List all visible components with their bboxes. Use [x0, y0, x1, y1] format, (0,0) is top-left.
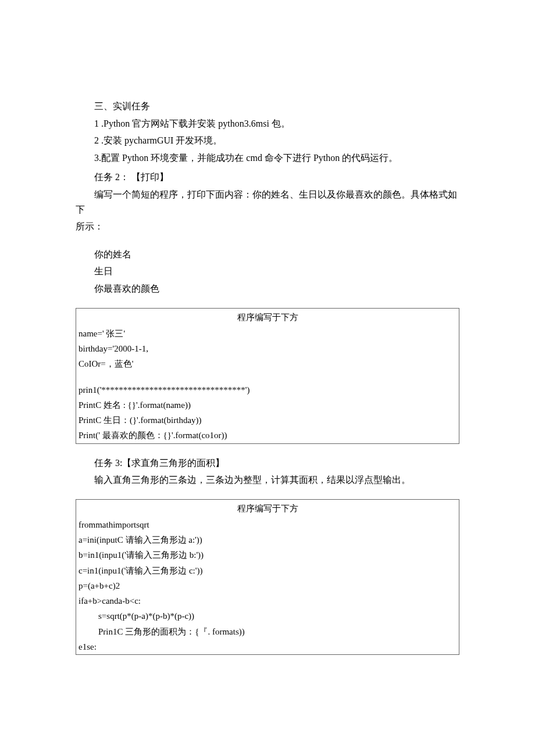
- code-line: a=ini(inputC 请输入三角形边 a:')): [76, 532, 459, 547]
- code-line: e1se:: [76, 639, 459, 654]
- code-line: PrintC 姓名 : {}'.format(name)): [76, 397, 459, 413]
- task3-desc: 输入直角三角形的三条边，三条边为整型，计算其面积，结果以浮点型输出。: [76, 472, 459, 488]
- task2-desc: 编写一个简短的程序，打印下面内容：你的姓名、生日以及你最喜欢的颜色。具体格式如下: [76, 187, 459, 217]
- code-line: prin1('*********************************…: [76, 382, 459, 397]
- code-line: Prin1C 三角形的面积为：{『. formats)): [76, 624, 459, 639]
- code-line: birthday='2000-1-1,: [76, 341, 459, 356]
- task3-title: 任务 3:【求直角三角形的面积】: [76, 456, 459, 471]
- task2-line2: 生日: [76, 264, 459, 279]
- code-line: Print(' 最喜欢的颜色：{}'.format(co1or)): [76, 428, 459, 443]
- task2-code-box: 程序编写于下方 name=' 张三' birthday='2000-1-1, C…: [76, 308, 459, 444]
- task2-desc-cont: 所示：: [76, 219, 459, 234]
- intro-item-1: 1 .Python 官方网站下载并安装 python3.6msi 包。: [76, 116, 459, 131]
- intro-item-3: 3.配置 Python 环境变量，并能成功在 cmd 命令下进行 Python …: [76, 151, 459, 166]
- code-line: PrintC 生日：(}'.format(birthday)): [76, 413, 459, 428]
- code-line: CoIOr=，蓝色': [76, 356, 459, 371]
- task2-line3: 你最喜欢的颜色: [76, 281, 459, 296]
- code-line: c=in1(inpu1('请输入三角形边 c:')): [76, 563, 459, 578]
- task3-code-header: 程序编写于下方: [76, 500, 459, 517]
- intro-item-2: 2 .安装 pycharmGUI 开发环境。: [76, 133, 459, 148]
- code-line: p=(a+b+c)2: [76, 578, 459, 593]
- task2-title: 任务 2： 【打印】: [76, 170, 459, 185]
- code-line: frommathimportsqrt: [76, 517, 459, 532]
- task2-code-header: 程序编写于下方: [76, 309, 459, 326]
- task3-code-box: 程序编写于下方 frommathimportsqrt a=ini(inputC …: [76, 499, 459, 655]
- code-line: name=' 张三': [76, 326, 459, 341]
- code-line: s=sqrt(p*(p-a)*(p-b)*(p-c)): [76, 608, 459, 624]
- task2-line1: 你的姓名: [76, 247, 459, 262]
- code-line: b=in1(inpu1('请输入三角形边 b:')): [76, 547, 459, 562]
- section-heading: 三、实训任务: [76, 99, 459, 114]
- code-line: ifa+b>canda-b<c:: [76, 593, 459, 608]
